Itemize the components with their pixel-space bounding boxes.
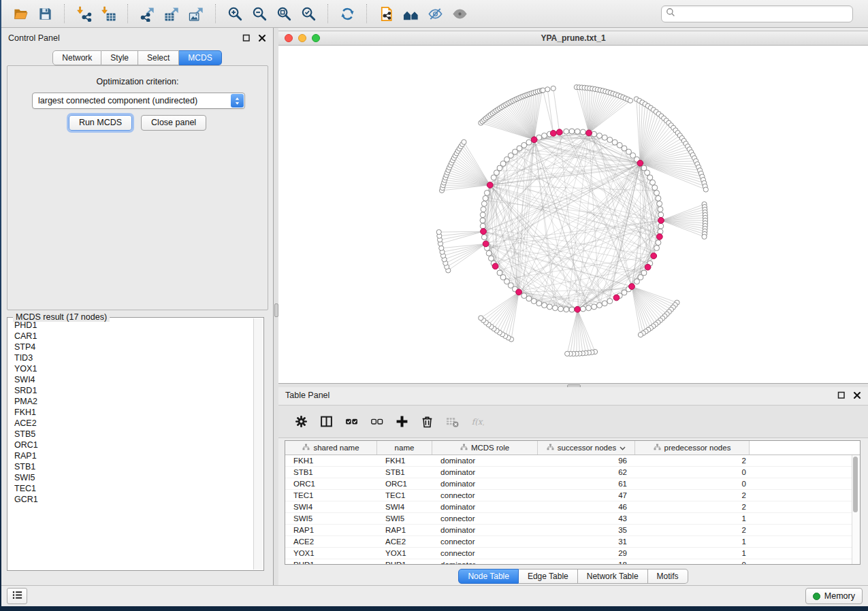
table-settings-gear-icon[interactable] bbox=[292, 413, 310, 431]
mcds-hub-node[interactable] bbox=[658, 218, 664, 224]
network-node[interactable] bbox=[656, 240, 661, 246]
float-table-panel-icon[interactable] bbox=[837, 391, 846, 399]
mcds-result-item[interactable]: SWI4 bbox=[8, 374, 254, 385]
mcds-hub-node[interactable] bbox=[550, 130, 556, 136]
tab-select[interactable]: Select bbox=[138, 50, 179, 65]
select-all-rows-icon[interactable] bbox=[342, 413, 360, 431]
mcds-hub-node[interactable] bbox=[575, 306, 581, 312]
table-tab-network-table[interactable]: Network Table bbox=[578, 569, 648, 584]
mcds-hub-node[interactable] bbox=[629, 284, 635, 290]
mcds-result-item[interactable]: FKH1 bbox=[8, 407, 254, 418]
mcds-list-scrollbar[interactable] bbox=[253, 318, 263, 569]
mcds-hub-node[interactable] bbox=[492, 263, 498, 269]
close-panel-button[interactable]: Close panel bbox=[141, 115, 206, 131]
network-node[interactable] bbox=[569, 307, 575, 312]
export-image-icon[interactable] bbox=[187, 5, 205, 22]
table-tab-node-table[interactable]: Node Table bbox=[458, 569, 519, 584]
network-node[interactable] bbox=[647, 175, 653, 180]
network-node[interactable] bbox=[481, 201, 487, 206]
mcds-hub-node[interactable] bbox=[645, 264, 651, 270]
network-node[interactable] bbox=[652, 185, 658, 191]
network-leaf-node[interactable] bbox=[462, 139, 466, 144]
mcds-result-item[interactable]: SRD1 bbox=[8, 385, 254, 396]
search-box[interactable] bbox=[661, 5, 853, 22]
network-node[interactable] bbox=[526, 296, 532, 301]
network-node[interactable] bbox=[580, 306, 585, 312]
zoom-fit-icon[interactable] bbox=[275, 5, 293, 22]
network-node[interactable] bbox=[542, 133, 547, 138]
network-node[interactable] bbox=[654, 245, 660, 250]
table-row[interactable]: PHD1PHD1dominator180 bbox=[285, 559, 852, 564]
tab-network[interactable]: Network bbox=[52, 50, 101, 65]
table-scrollbar-thumb[interactable] bbox=[853, 457, 858, 512]
show-graphics-details-icon[interactable] bbox=[451, 5, 468, 22]
network-node[interactable] bbox=[602, 135, 607, 140]
network-node[interactable] bbox=[586, 306, 592, 311]
mcds-hub-node[interactable] bbox=[651, 253, 657, 259]
mcds-hub-node[interactable] bbox=[586, 130, 592, 136]
network-node[interactable] bbox=[542, 303, 547, 308]
network-node[interactable] bbox=[602, 301, 607, 306]
table-scrollbar[interactable] bbox=[852, 455, 860, 564]
hide-graphics-details-icon[interactable] bbox=[426, 5, 444, 22]
tab-style[interactable]: Style bbox=[101, 50, 138, 65]
network-leaf-node[interactable] bbox=[551, 86, 556, 90]
network-leaf-node[interactable] bbox=[479, 316, 483, 320]
network-canvas[interactable] bbox=[278, 46, 868, 384]
table-row[interactable]: FKH1FKH1dominator962 bbox=[285, 455, 852, 467]
network-node[interactable] bbox=[536, 301, 542, 306]
network-leaf-node[interactable] bbox=[436, 229, 441, 234]
network-node[interactable] bbox=[607, 137, 613, 142]
network-leaf-node[interactable] bbox=[628, 98, 632, 103]
export-network-icon[interactable] bbox=[138, 5, 156, 22]
mcds-result-item[interactable]: PHD1 bbox=[8, 320, 254, 331]
table-tab-edge-table[interactable]: Edge Table bbox=[519, 569, 578, 584]
network-leaf-node[interactable] bbox=[565, 351, 570, 356]
network-node[interactable] bbox=[497, 270, 502, 276]
column-header-name[interactable]: name bbox=[377, 441, 432, 455]
task-history-button[interactable] bbox=[7, 588, 27, 604]
import-table-icon[interactable] bbox=[99, 5, 117, 22]
network-graph[interactable] bbox=[278, 46, 868, 384]
mcds-result-item[interactable]: PMA2 bbox=[8, 396, 254, 407]
mcds-hub-node[interactable] bbox=[556, 129, 562, 135]
save-session-icon[interactable] bbox=[36, 5, 54, 22]
zoom-out-icon[interactable] bbox=[251, 5, 268, 22]
network-node[interactable] bbox=[607, 299, 613, 304]
table-row[interactable]: STB1STB1dominator620 bbox=[285, 467, 852, 478]
close-panel-icon[interactable] bbox=[258, 34, 266, 42]
document-share-icon[interactable] bbox=[377, 5, 395, 22]
network-node[interactable] bbox=[656, 195, 661, 201]
network-node[interactable] bbox=[484, 191, 489, 196]
network-node[interactable] bbox=[658, 212, 664, 218]
network-node[interactable] bbox=[486, 250, 492, 256]
network-node[interactable] bbox=[491, 175, 496, 180]
network-leaf-node[interactable] bbox=[702, 234, 707, 239]
network-node[interactable] bbox=[580, 129, 585, 135]
mcds-result-item[interactable]: STB1 bbox=[8, 461, 254, 472]
delete-column-icon[interactable] bbox=[418, 413, 436, 431]
network-node[interactable] bbox=[564, 307, 569, 312]
run-mcds-button[interactable]: Run MCDS bbox=[69, 115, 132, 131]
close-table-panel-icon[interactable] bbox=[853, 391, 861, 399]
mcds-result-item[interactable]: STB5 bbox=[8, 429, 254, 440]
mcds-hub-node[interactable] bbox=[613, 295, 620, 301]
tab-mcds[interactable]: MCDS bbox=[179, 50, 221, 65]
network-node[interactable] bbox=[596, 133, 602, 138]
network-node[interactable] bbox=[552, 306, 558, 311]
table-row[interactable]: ORC1ORC1dominator610 bbox=[285, 478, 852, 490]
network-node[interactable] bbox=[596, 303, 602, 308]
network-leaf-node[interactable] bbox=[703, 187, 708, 192]
network-node[interactable] bbox=[654, 191, 660, 196]
export-table-icon[interactable] bbox=[163, 5, 180, 22]
network-leaf-node[interactable] bbox=[638, 332, 643, 337]
table-row[interactable]: TEC1TEC1connector472 bbox=[285, 490, 852, 501]
zoom-selected-icon[interactable] bbox=[300, 5, 317, 22]
network-node[interactable] bbox=[564, 129, 569, 134]
mcds-result-item[interactable]: RAP1 bbox=[8, 450, 254, 461]
search-input[interactable] bbox=[678, 8, 848, 19]
network-node[interactable] bbox=[592, 131, 597, 137]
network-node[interactable] bbox=[658, 207, 663, 212]
column-header-predecessor-nodes[interactable]: predecessor nodes bbox=[635, 441, 750, 455]
table-tab-motifs[interactable]: Motifs bbox=[648, 569, 688, 584]
